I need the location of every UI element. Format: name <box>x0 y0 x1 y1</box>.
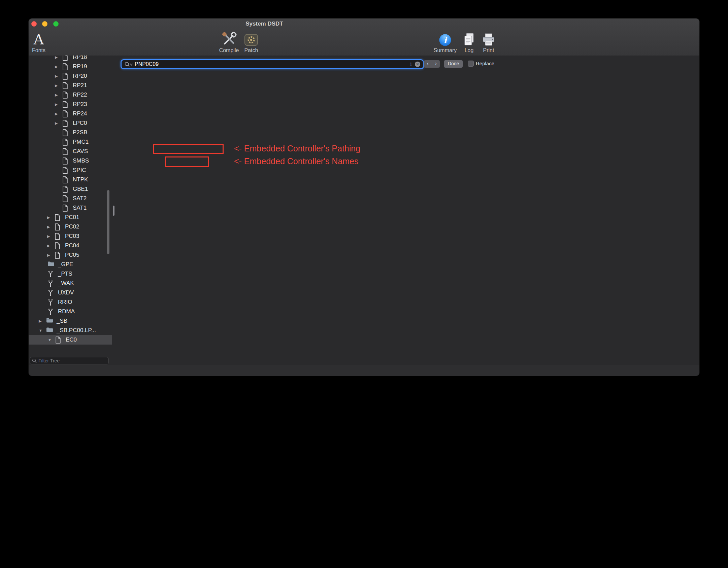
filter-placeholder: Filter Tree <box>38 358 60 363</box>
app-window: System DSDT AFontsCompilePatchiSummaryLo… <box>29 19 699 376</box>
search-icon[interactable] <box>124 62 133 67</box>
collapse-triangle-icon[interactable]: ▼ <box>39 326 42 335</box>
filter-search-icon <box>32 358 37 363</box>
sidebar-item-spic[interactable]: SPIC <box>29 166 112 175</box>
sidebar-item-label: _SB <box>57 316 67 326</box>
method-icon <box>47 308 54 315</box>
expand-triangle-icon[interactable]: ▶ <box>55 81 58 90</box>
filter-tree-field[interactable]: Filter Tree <box>30 357 109 364</box>
sidebar-item-ec0[interactable]: ▼EC0 <box>29 335 112 345</box>
print-button[interactable]: Print <box>476 30 501 54</box>
search-field[interactable]: PNP0C09 1 ✕ <box>121 59 424 69</box>
sidebar-item-gbe1[interactable]: GBE1 <box>29 184 112 194</box>
close-button[interactable] <box>31 21 37 27</box>
sidebar-item-rrio[interactable]: RRIO <box>29 297 112 307</box>
sidebar-item-label: PC05 <box>65 250 79 260</box>
sidebar-item-lpc0[interactable]: ▶LPC0 <box>29 118 112 128</box>
done-button[interactable]: Done <box>444 60 463 68</box>
sidebar-item-label: PC02 <box>65 222 79 232</box>
expand-triangle-icon[interactable]: ▶ <box>55 90 58 100</box>
sidebar-item-pc02[interactable]: ▶PC02 <box>29 222 112 232</box>
doc-icon <box>55 242 60 249</box>
find-previous-button[interactable]: ‹ <box>424 60 432 68</box>
search-input[interactable]: PNP0C09 <box>135 61 409 67</box>
expand-triangle-icon[interactable]: ▶ <box>47 241 50 250</box>
minimize-button[interactable] <box>42 21 47 27</box>
sidebar-item-pmc1[interactable]: PMC1 <box>29 137 112 147</box>
sidebar-item-sat2[interactable]: SAT2 <box>29 194 112 203</box>
sidebar-item-p2sb[interactable]: P2SB <box>29 128 112 137</box>
sidebar-item-pc01[interactable]: ▶PC01 <box>29 213 112 222</box>
replace-checkbox[interactable] <box>468 61 474 67</box>
split-view-handle[interactable] <box>113 206 114 216</box>
sidebar-item-rdma[interactable]: RDMA <box>29 307 112 316</box>
find-next-button[interactable]: › <box>432 60 440 68</box>
expand-triangle-icon[interactable]: ▶ <box>55 62 58 71</box>
expand-triangle-icon[interactable]: ▶ <box>55 109 58 118</box>
desktop-background: { "window": { "title": "System DSDT" }, … <box>0 0 728 568</box>
method-icon <box>47 280 54 287</box>
sidebar-item-label: SMBS <box>73 156 89 166</box>
sidebar-item-_sb-pc00-lp-[interactable]: ▼_SB.PC00.LP... <box>29 326 112 335</box>
doc-icon <box>62 120 68 127</box>
sidebar-item-smbs[interactable]: SMBS <box>29 156 112 166</box>
sidebar-item-rp20[interactable]: ▶RP20 <box>29 71 112 81</box>
sidebar-item-label: EC0 <box>66 335 77 345</box>
doc-icon <box>62 82 68 89</box>
expand-triangle-icon[interactable]: ▶ <box>47 213 50 222</box>
sidebar-item-_pts[interactable]: _PTS <box>29 269 112 279</box>
sidebar-item-uxdv[interactable]: UXDV <box>29 288 112 297</box>
sidebar-item-rp23[interactable]: ▶RP23 <box>29 100 112 109</box>
sidebar-tree[interactable]: Filter Tree ▶RP18▶RP19▶RP20▶RP21▶RP22▶RP… <box>29 56 112 365</box>
window-title: System DSDT <box>245 21 283 27</box>
sidebar-item-rp24[interactable]: ▶RP24 <box>29 109 112 118</box>
print-label: Print <box>476 47 501 54</box>
doc-icon <box>62 139 68 146</box>
sidebar-item-ntpk[interactable]: NTPK <box>29 175 112 184</box>
sidebar-item-cavs[interactable]: CAVS <box>29 147 112 156</box>
sidebar-item-_sb[interactable]: ▶_SB <box>29 316 112 326</box>
compile-button[interactable]: Compile <box>216 30 242 54</box>
method-icon <box>47 299 54 306</box>
sidebar-item-sat1[interactable]: SAT1 <box>29 203 112 213</box>
fonts-button[interactable]: AFonts <box>29 30 52 54</box>
expand-triangle-icon[interactable]: ▶ <box>55 71 58 81</box>
code-area[interactable] <box>112 56 699 365</box>
doc-icon <box>62 167 68 174</box>
expand-triangle-icon[interactable]: ▶ <box>47 232 50 241</box>
summary-button[interactable]: iSummary <box>432 30 458 54</box>
sidebar-item-_wak[interactable]: _WAK <box>29 279 112 288</box>
expand-triangle-icon[interactable]: ▶ <box>55 100 58 109</box>
sidebar-item-label: RP22 <box>73 90 87 100</box>
sidebar-item-label: _GPE <box>58 260 73 269</box>
sidebar-item-label: PC01 <box>65 213 79 222</box>
code-editor[interactable]: <- Embedded Controller's Pathing <- Embe… <box>112 56 699 365</box>
sidebar-item-pc03[interactable]: ▶PC03 <box>29 232 112 241</box>
sidebar-item-label: RP19 <box>73 62 87 71</box>
expand-triangle-icon[interactable]: ▶ <box>47 250 50 260</box>
sidebar-item-rp22[interactable]: ▶RP22 <box>29 90 112 100</box>
split-divider[interactable] <box>112 56 112 365</box>
expand-triangle-icon[interactable]: ▶ <box>55 118 58 128</box>
sidebar-item-label: P2SB <box>73 128 87 137</box>
sidebar-item-rp18[interactable]: ▶RP18 <box>29 56 112 62</box>
sidebar-item-label: UXDV <box>58 288 74 297</box>
clear-search-icon[interactable]: ✕ <box>415 62 420 67</box>
expand-triangle-icon[interactable]: ▶ <box>39 316 41 326</box>
doc-icon <box>62 176 68 183</box>
collapse-triangle-icon[interactable]: ▼ <box>48 335 52 345</box>
patch-button[interactable]: Patch <box>238 30 264 54</box>
zoom-button[interactable] <box>53 21 59 27</box>
sidebar-item-pc04[interactable]: ▶PC04 <box>29 241 112 250</box>
sidebar-item-_gpe[interactable]: _GPE <box>29 260 112 269</box>
sidebar-item-pc05[interactable]: ▶PC05 <box>29 250 112 260</box>
sidebar-item-rp19[interactable]: ▶RP19 <box>29 62 112 71</box>
expand-triangle-icon[interactable]: ▶ <box>55 56 58 62</box>
sidebar-item-label: RP24 <box>73 109 87 118</box>
doc-icon <box>62 157 68 165</box>
sidebar-item-rp21[interactable]: ▶RP21 <box>29 81 112 90</box>
status-bar-breadcrumb <box>29 365 699 376</box>
replace-label: Replace <box>476 60 494 67</box>
expand-triangle-icon[interactable]: ▶ <box>47 222 50 232</box>
doc-icon <box>55 233 60 240</box>
